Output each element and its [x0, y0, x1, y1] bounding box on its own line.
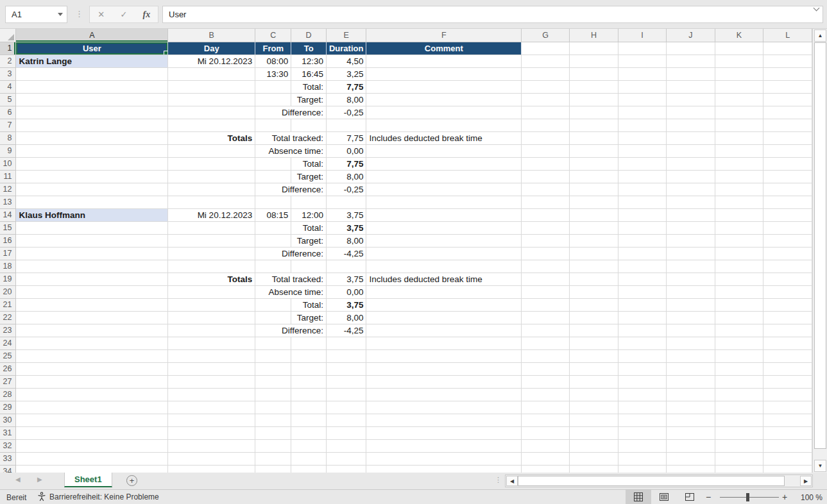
zoom-level-label[interactable]: 100 % — [794, 493, 823, 502]
cell-A28[interactable] — [16, 388, 168, 401]
cell-J21[interactable] — [667, 298, 715, 311]
cell-D30[interactable] — [291, 414, 327, 426]
cell-L14[interactable] — [763, 208, 812, 221]
cell-K28[interactable] — [715, 388, 763, 401]
sheet-tab-sheet1[interactable]: Sheet1 — [64, 473, 112, 487]
cell-L15[interactable] — [763, 221, 812, 234]
row-header-6[interactable]: 6 — [0, 106, 16, 119]
cell-J26[interactable] — [667, 362, 715, 375]
cell-L12[interactable] — [763, 183, 812, 196]
formula-input[interactable]: User — [162, 6, 823, 23]
cell-E12[interactable]: -0,25 — [326, 183, 366, 196]
cell-K4[interactable] — [715, 80, 763, 93]
cell-B20[interactable] — [168, 285, 255, 298]
cell-D26[interactable] — [291, 362, 327, 375]
row-header-25[interactable]: 25 — [0, 349, 16, 362]
cell-F19[interactable]: Includes deducted break time — [366, 273, 522, 285]
scroll-left-icon[interactable]: ◀ — [506, 476, 518, 486]
cell-B19[interactable]: Totals — [168, 273, 255, 285]
cell-J32[interactable] — [667, 439, 715, 452]
cell-C13[interactable] — [255, 196, 291, 208]
cell-D4[interactable]: Total: — [291, 80, 327, 93]
cell-F2[interactable] — [366, 55, 522, 67]
cell-H22[interactable] — [570, 311, 618, 324]
cell-H29[interactable] — [570, 401, 618, 414]
cell-F16[interactable] — [366, 234, 522, 247]
cell-B3[interactable] — [168, 67, 255, 80]
cell-K25[interactable] — [715, 349, 763, 362]
cell-L26[interactable] — [763, 362, 812, 375]
cell-H15[interactable] — [570, 221, 618, 234]
cell-C32[interactable] — [255, 439, 291, 452]
cell-F26[interactable] — [366, 362, 522, 375]
cancel-icon[interactable]: ✕ — [90, 6, 112, 22]
cell-D3[interactable]: 16:45 — [291, 67, 327, 80]
cell-C15[interactable] — [255, 221, 291, 234]
row-header-7[interactable]: 7 — [0, 119, 16, 131]
cell-G13[interactable] — [522, 196, 570, 208]
cell-G10[interactable] — [522, 157, 570, 170]
cell-A24[interactable] — [16, 337, 168, 349]
cell-J27[interactable] — [667, 375, 715, 388]
cell-E2[interactable]: 4,50 — [326, 55, 366, 67]
cell-A30[interactable] — [16, 414, 168, 426]
cell-G28[interactable] — [522, 388, 570, 401]
row-header-26[interactable]: 26 — [0, 362, 16, 375]
cell-K2[interactable] — [715, 55, 763, 67]
cell-E17[interactable]: -4,25 — [326, 247, 366, 260]
cell-B13[interactable] — [168, 196, 255, 208]
cell-L8[interactable] — [763, 131, 812, 144]
cell-G22[interactable] — [522, 311, 570, 324]
cell-G9[interactable] — [522, 144, 570, 157]
cell-E26[interactable] — [326, 362, 366, 375]
cell-H24[interactable] — [570, 337, 618, 349]
column-header-C[interactable]: C — [255, 29, 291, 42]
cell-B34[interactable] — [168, 465, 255, 473]
cell-H13[interactable] — [570, 196, 618, 208]
cell-H2[interactable] — [570, 55, 618, 67]
cell-L20[interactable] — [763, 285, 812, 298]
cell-B8[interactable]: Totals — [168, 131, 255, 144]
cell-G12[interactable] — [522, 183, 570, 196]
cell-B10[interactable] — [168, 157, 255, 170]
cell-H21[interactable] — [570, 298, 618, 311]
cell-C5[interactable] — [255, 93, 291, 106]
vertical-scrollbar-thumb[interactable] — [814, 42, 826, 449]
cell-I9[interactable] — [618, 144, 666, 157]
cell-L30[interactable] — [763, 414, 812, 426]
cell-H16[interactable] — [570, 234, 618, 247]
cell-B5[interactable] — [168, 93, 255, 106]
cell-J20[interactable] — [667, 285, 715, 298]
cell-I28[interactable] — [618, 388, 666, 401]
cell-F1[interactable]: Comment — [366, 42, 522, 55]
row-header-1[interactable]: 1 — [0, 42, 16, 55]
cell-C6[interactable]: Difference: — [255, 106, 327, 119]
cell-E24[interactable] — [326, 337, 366, 349]
cell-B23[interactable] — [168, 324, 255, 337]
cell-A25[interactable] — [16, 349, 168, 362]
cell-G16[interactable] — [522, 234, 570, 247]
cell-B2[interactable]: Mi 20.12.2023 — [168, 55, 255, 67]
cell-H10[interactable] — [570, 157, 618, 170]
cell-G29[interactable] — [522, 401, 570, 414]
cell-J25[interactable] — [667, 349, 715, 362]
cell-E6[interactable]: -0,25 — [326, 106, 366, 119]
cell-L10[interactable] — [763, 157, 812, 170]
row-header-28[interactable]: 28 — [0, 388, 16, 401]
cell-I32[interactable] — [618, 439, 666, 452]
cell-D14[interactable]: 12:00 — [291, 208, 327, 221]
cell-A34[interactable] — [16, 465, 168, 473]
cell-F3[interactable] — [366, 67, 522, 80]
horizontal-scrollbar[interactable]: ◀ ▶ — [505, 475, 813, 487]
cell-H14[interactable] — [570, 208, 618, 221]
cell-L33[interactable] — [763, 452, 812, 465]
cell-D5[interactable]: Target: — [291, 93, 327, 106]
cell-C22[interactable] — [255, 311, 291, 324]
cell-E29[interactable] — [326, 401, 366, 414]
cell-J10[interactable] — [667, 157, 715, 170]
cell-A8[interactable] — [16, 131, 168, 144]
cell-F4[interactable] — [366, 80, 522, 93]
cell-K9[interactable] — [715, 144, 763, 157]
cell-B28[interactable] — [168, 388, 255, 401]
cell-J30[interactable] — [667, 414, 715, 426]
